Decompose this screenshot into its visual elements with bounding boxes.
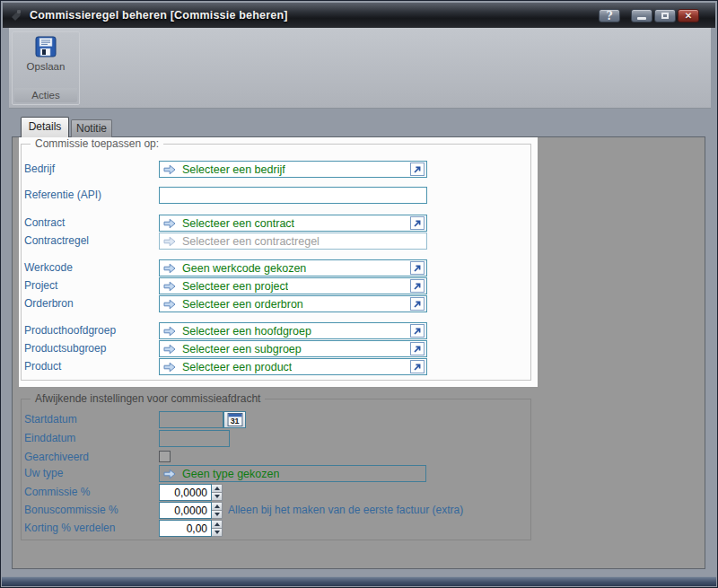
window-bottom-frame [2, 576, 716, 586]
werkcode-selector[interactable]: Geen werkcode gekozen [159, 259, 427, 276]
open-popup-icon [412, 164, 423, 175]
korting-input[interactable] [159, 520, 212, 537]
commissie-pct-label: Commissie % [24, 484, 90, 501]
commissie-pct-input[interactable] [159, 484, 212, 501]
productsubgroep-value: Selecteer een subgroep [182, 343, 302, 355]
save-button-label: Opslaan [27, 61, 66, 72]
spin-up-icon [215, 487, 220, 490]
uwtype-label: Uw type [24, 465, 63, 482]
gearchiveerd-label: Gearchiveerd [24, 449, 89, 466]
referentie-input[interactable] [159, 187, 427, 204]
startdatum-calendar-button[interactable]: 31 [223, 411, 246, 428]
producthoofdgroep-label: Producthoofdgroep [24, 322, 116, 339]
korting-down-button[interactable] [212, 529, 223, 537]
contract-value: Selecteer een contract [182, 217, 294, 230]
open-popup-icon [412, 281, 423, 292]
product-label: Product [24, 358, 61, 375]
open-popup-icon [412, 299, 423, 310]
bonuscommissie-spinner [159, 502, 223, 519]
commissie-pct-spinner [159, 484, 223, 501]
save-button[interactable]: Opslaan [16, 34, 75, 84]
details-tab-page: Commissie toepassen op: Bedrijf Selectee… [12, 136, 705, 569]
help-button[interactable]: ? [599, 9, 620, 22]
select-arrow-icon [163, 469, 176, 479]
bedrijf-value: Selecteer een bedrijf [182, 163, 285, 176]
tab-details[interactable]: Details [21, 117, 69, 137]
gearchiveerd-checkbox[interactable] [159, 451, 171, 462]
close-button[interactable]: ✕ [678, 9, 699, 22]
uwtype-value: Geen type gekozen [182, 468, 279, 480]
ribbon-group-label[interactable]: Acties [14, 88, 77, 102]
help-icon: ? [606, 11, 612, 22]
select-arrow-icon [163, 236, 176, 247]
werkcode-label: Werkcode [24, 259, 73, 276]
open-popup-icon [412, 362, 423, 373]
restore-button[interactable] [654, 9, 676, 22]
title-bar: Commissieregel beheren [Commissie behere… [3, 3, 715, 28]
productsubgroep-label: Productsubgroep [24, 340, 106, 357]
open-popup-icon [412, 263, 423, 274]
contractregel-label: Contractregel [24, 233, 89, 250]
contract-popup-button[interactable] [410, 216, 425, 230]
product-value: Selecteer een product [182, 361, 292, 373]
select-arrow-icon [163, 362, 176, 373]
bedrijf-selector[interactable]: Selecteer een bedrijf [159, 161, 427, 178]
bedrijf-popup-button[interactable] [410, 162, 425, 176]
restore-icon [661, 13, 669, 19]
commissie-pct-down-button[interactable] [212, 493, 223, 501]
select-arrow-icon [163, 218, 176, 229]
contractregel-value: Selecteer een contractregel [182, 235, 320, 248]
productsubgroep-popup-button[interactable] [410, 342, 425, 355]
commissie-pct-up-button[interactable] [212, 484, 223, 493]
bonuscommissie-label: Bonuscommissie % [24, 502, 118, 519]
project-popup-button[interactable] [410, 279, 425, 293]
uwtype-selector[interactable]: Geen type gekozen [159, 465, 426, 482]
open-popup-icon [412, 326, 423, 337]
project-label: Project [24, 277, 57, 294]
minimize-icon [637, 17, 646, 20]
spin-up-icon [215, 522, 220, 526]
ribbon-group-acties: Opslaan Acties [12, 31, 80, 105]
project-selector[interactable]: Selecteer een project [159, 277, 427, 294]
startdatum-input[interactable] [159, 411, 223, 428]
product-selector[interactable]: Selecteer een product [159, 358, 427, 375]
producthoofdgroep-popup-button[interactable] [410, 324, 425, 338]
spin-up-icon [215, 505, 220, 508]
werkcode-value: Geen werkcode gekozen [182, 262, 306, 275]
contract-selector[interactable]: Selecteer een contract [159, 215, 427, 232]
calendar-icon: 31 [227, 413, 243, 426]
orderbron-popup-button[interactable] [410, 297, 425, 311]
werkcode-popup-button[interactable] [410, 261, 425, 275]
bonuscommissie-note: Alleen bij het maken van de eerste factu… [228, 502, 463, 519]
productsubgroep-selector[interactable]: Selecteer een subgroep [159, 340, 427, 357]
close-icon: ✕ [685, 12, 692, 21]
window-title: Commissieregel beheren [Commissie behere… [30, 9, 288, 22]
orderbron-selector[interactable]: Selecteer een orderbron [159, 295, 427, 312]
window-icon [10, 9, 22, 22]
save-floppy-icon [34, 35, 57, 58]
producthoofdgroep-value: Selecteer een hoofdgroep [182, 325, 311, 338]
startdatum-label: Startdatum [24, 411, 77, 428]
spin-down-icon [215, 495, 220, 498]
einddatum-label: Einddatum [24, 430, 75, 447]
ribbon-toolbar: Opslaan Acties [9, 28, 711, 109]
select-arrow-icon [163, 299, 176, 310]
contractregel-selector: Selecteer een contractregel [159, 233, 427, 250]
svg-text:31: 31 [230, 417, 239, 426]
orderbron-value: Selecteer een orderbron [182, 298, 303, 311]
select-arrow-icon [163, 344, 176, 355]
tab-notitie[interactable]: Notitie [71, 119, 112, 137]
select-arrow-icon [163, 164, 176, 175]
korting-up-button[interactable] [212, 520, 223, 529]
bedrijf-label: Bedrijf [24, 161, 55, 178]
einddatum-input[interactable] [159, 430, 230, 447]
open-popup-icon [412, 344, 423, 355]
producthoofdgroep-selector[interactable]: Selecteer een hoofdgroep [159, 322, 427, 339]
bonuscommissie-input[interactable] [159, 502, 212, 519]
korting-spinner [159, 520, 223, 537]
bonuscommissie-up-button[interactable] [212, 502, 223, 511]
groupbox-title: Commissie toepassen op: [31, 137, 163, 150]
minimize-button[interactable] [631, 9, 652, 22]
product-popup-button[interactable] [410, 360, 425, 373]
bonuscommissie-down-button[interactable] [212, 511, 223, 519]
